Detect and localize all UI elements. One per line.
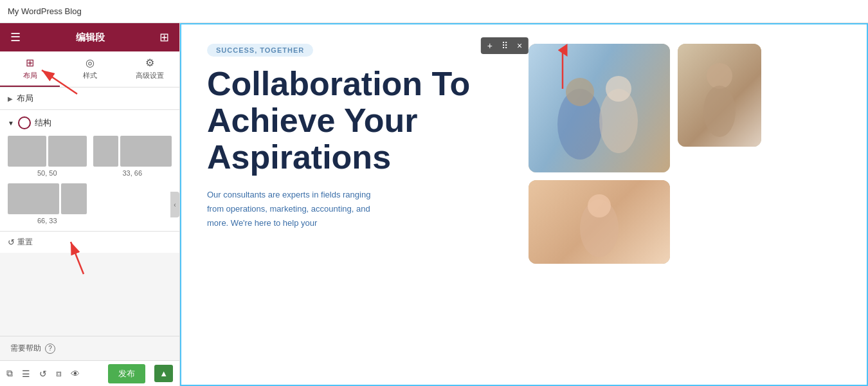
stack-icon[interactable]: ☰ [22, 369, 30, 379]
history-icon[interactable]: ↺ [39, 369, 47, 379]
add-block-button[interactable]: + [485, 39, 495, 52]
structure-circle [18, 116, 31, 129]
help-section: 需要帮助 ? [0, 336, 179, 360]
sidebar-header: ☰ 编辑段 ⊞ [0, 23, 179, 51]
svg-point-9 [588, 194, 611, 217]
svg-point-11 [703, 86, 736, 137]
tab-style-label: 样式 [83, 71, 97, 80]
structure-header[interactable]: ▼ 结构 [8, 116, 172, 129]
text-column: SUCCESS, TOGETHER Collaboration To Achie… [207, 44, 503, 230]
bottom-svg [535, 183, 664, 261]
tab-advanced-label: 高级设置 [136, 71, 164, 80]
layout-label-50-50: 50, 50 [37, 169, 57, 177]
style-tab-icon: ◎ [86, 57, 95, 69]
images-column [529, 44, 837, 264]
grid-icon[interactable]: ⊞ [159, 30, 169, 44]
svg-point-7 [606, 76, 631, 102]
layout-section-title: 布局 [17, 93, 33, 104]
publish-button[interactable]: 发布 [108, 364, 145, 383]
reset-icon: ↺ [8, 237, 15, 247]
close-block-button[interactable]: × [514, 39, 525, 52]
sidebar-tabs: ⊞ 布局 ◎ 样式 ⚙ 高级设置 [0, 51, 179, 87]
layers-icon[interactable]: ⧉ [6, 368, 13, 379]
bottom-image [529, 180, 670, 264]
layout-label-33-66: 33, 66 [122, 169, 142, 177]
sidebar-collapse-handle[interactable]: ‹ [170, 192, 179, 217]
structure-section: ▼ 结构 50, 50 [0, 110, 179, 232]
layout-option-33-66[interactable]: 33, 66 [93, 136, 172, 177]
page-frame: + ⠿ × SUCCESS, TOGETHER Collaboration To… [180, 23, 868, 386]
reset-button[interactable]: ↺ 重置 [0, 232, 179, 253]
publish-arrow-button[interactable]: ▲ [154, 365, 173, 382]
tab-advanced[interactable]: ⚙ 高级设置 [120, 51, 179, 87]
tab-layout-label: 布局 [23, 71, 37, 80]
main-heading: Collaboration To Achieve Your Aspiration… [207, 66, 503, 176]
svg-point-6 [566, 78, 594, 106]
layout-options-grid: 50, 50 33, 66 66, 33 [8, 136, 172, 225]
main-layout: ☰ 编辑段 ⊞ ⊞ 布局 ◎ 样式 ⚙ 高级设置 ▶ 布局 [0, 23, 868, 386]
layout-section[interactable]: ▶ 布局 [0, 87, 179, 110]
eye-icon[interactable]: 👁 [71, 369, 80, 379]
meeting-photo [529, 44, 670, 172]
tab-layout[interactable]: ⊞ 布局 [0, 51, 60, 87]
bottom-bar: ⧉ ☰ ↺ ⧈ 👁 发布 ▲ [0, 360, 179, 386]
structure-arrow: ▼ [8, 120, 14, 127]
layout-option-50-50[interactable]: 50, 50 [8, 136, 87, 177]
sidebar: ☰ 编辑段 ⊞ ⊞ 布局 ◎ 样式 ⚙ 高级设置 ▶ 布局 [0, 23, 180, 386]
tab-style[interactable]: ◎ 样式 [60, 51, 120, 87]
page-content: SUCCESS, TOGETHER Collaboration To Achie… [181, 24, 867, 283]
content-area: + ⠿ × SUCCESS, TOGETHER Collaboration To… [180, 23, 868, 386]
collapse-icon: ‹ [174, 201, 176, 208]
layout-section-arrow: ▶ [8, 95, 13, 102]
help-label: 需要帮助 [10, 343, 41, 354]
badge: SUCCESS, TOGETHER [207, 44, 313, 57]
svg-point-10 [707, 63, 732, 89]
floating-toolbar: + ⠿ × [481, 37, 529, 54]
page-title: My WordPress Blog [8, 6, 82, 16]
side-svg [681, 47, 758, 143]
structure-section-title: 结构 [35, 117, 51, 129]
help-icon[interactable]: ? [45, 344, 55, 354]
clipboard-icon[interactable]: ⧈ [56, 368, 62, 379]
description-text: Our consultants are experts in fields ra… [207, 188, 387, 230]
move-block-button[interactable]: ⠿ [499, 39, 511, 52]
layout-tab-icon: ⊞ [26, 57, 34, 69]
top-bar: My WordPress Blog [0, 0, 868, 23]
sidebar-spacer [0, 253, 179, 336]
side-photo [678, 44, 761, 147]
reset-label: 重置 [17, 237, 33, 248]
layout-label-66-33: 66, 33 [37, 217, 57, 225]
hamburger-icon[interactable]: ☰ [10, 30, 21, 44]
layout-option-66-33[interactable]: 66, 33 [8, 183, 87, 225]
meeting-image [529, 44, 670, 172]
advanced-tab-icon: ⚙ [145, 57, 154, 69]
sidebar-title: 编辑段 [76, 32, 105, 44]
side-image [678, 44, 761, 147]
bottom-photo [529, 180, 670, 264]
images-left-stack [529, 44, 670, 264]
people-svg [535, 47, 664, 169]
